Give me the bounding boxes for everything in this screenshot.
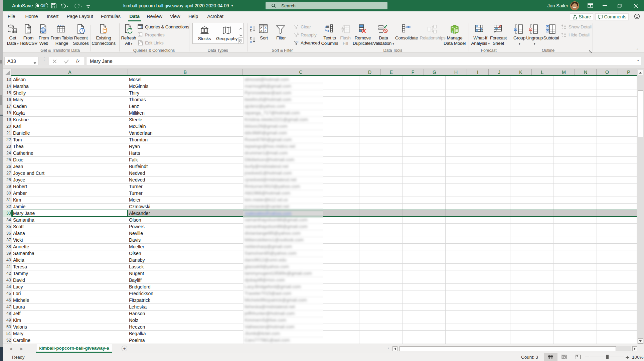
svg-text:A: A: [250, 40, 252, 43]
svg-text:Z: Z: [265, 29, 267, 33]
svg-text:A: A: [265, 26, 267, 30]
svg-text:A: A: [260, 29, 263, 33]
svg-text:Z: Z: [250, 29, 252, 32]
svg-text:?: ?: [480, 27, 483, 33]
svg-text:A: A: [250, 25, 252, 29]
svg-text:Z: Z: [250, 37, 252, 40]
svg-text:j: j: [452, 30, 453, 33]
svg-text:Z: Z: [260, 26, 262, 30]
